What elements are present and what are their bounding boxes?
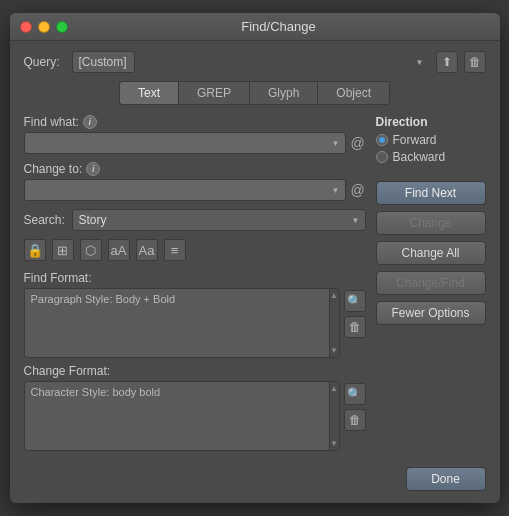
copy-icon: ⊞ (57, 243, 68, 258)
change-format-scrollbar: ▲ ▼ (329, 382, 339, 450)
delete-format-icon: 🗑 (349, 320, 361, 334)
change-to-input[interactable] (24, 179, 346, 201)
search-select-wrapper: DocumentStorySelectionAll Documents (72, 209, 366, 231)
change-scroll-down-arrow[interactable]: ▼ (328, 437, 339, 450)
direction-group: Direction Forward Backward (376, 115, 486, 167)
change-to-row: Change to: i @ (24, 162, 366, 201)
minimize-button[interactable] (38, 21, 50, 33)
change-format-delete-button[interactable]: 🗑 (344, 409, 366, 431)
change-format-section: Change Format: Character Style: body bol… (24, 364, 366, 451)
search-label: Search: (24, 213, 66, 227)
backward-radio[interactable] (376, 151, 388, 163)
find-next-button[interactable]: Find Next (376, 181, 486, 205)
backward-radio-row[interactable]: Backward (376, 150, 486, 164)
change-format-icon-col: 🔍 🗑 (344, 381, 366, 451)
change-all-button[interactable]: Change All (376, 241, 486, 265)
find-what-label: Find what: i (24, 115, 366, 129)
direction-title: Direction (376, 115, 486, 129)
bottom-row: Done (24, 467, 486, 491)
scroll-down-arrow[interactable]: ▼ (328, 344, 339, 357)
change-search-icon: 🔍 (347, 387, 362, 401)
delete-query-button[interactable]: 🗑 (464, 51, 486, 73)
forward-radio[interactable] (376, 134, 388, 146)
find-format-box: Paragraph Style: Body + Bold ▲ ▼ (24, 288, 340, 358)
find-change-dialog: Find/Change Query: [Custom] ⬆ 🗑 Text GRE… (10, 13, 500, 503)
change-to-input-wrapper (24, 179, 346, 201)
forward-radio-row[interactable]: Forward (376, 133, 486, 147)
query-select-wrapper: [Custom] (72, 51, 430, 73)
right-panel: Direction Forward Backward Find Next Cha… (376, 115, 486, 457)
query-label: Query: (24, 55, 66, 69)
paragraph-icon: ≡ (171, 243, 179, 258)
traffic-lights (20, 21, 68, 33)
copy-icon-btn[interactable]: ⊞ (52, 239, 74, 261)
find-what-input-wrapper (24, 132, 346, 154)
tab-grep[interactable]: GREP (178, 81, 249, 105)
paragraph-icon-btn[interactable]: ≡ (164, 239, 186, 261)
find-format-label: Find Format: (24, 271, 366, 285)
query-select[interactable]: [Custom] (72, 51, 135, 73)
find-format-section: Find Format: Paragraph Style: Body + Bol… (24, 271, 366, 358)
change-scroll-up-arrow[interactable]: ▲ (328, 382, 339, 395)
change-format-box: Character Style: body bold ▲ ▼ (24, 381, 340, 451)
search-row: Search: DocumentStorySelectionAll Docume… (24, 209, 366, 231)
tab-bar: Text GREP Glyph Object (24, 81, 486, 105)
change-format-box-wrapper: Character Style: body bold ▲ ▼ 🔍 � (24, 381, 366, 451)
done-button[interactable]: Done (406, 467, 486, 491)
change-to-at-button[interactable]: @ (350, 182, 366, 198)
layer-icon-btn[interactable]: ⬡ (80, 239, 102, 261)
forward-label: Forward (393, 133, 437, 147)
find-format-icon-col: 🔍 🗑 (344, 288, 366, 358)
tab-object[interactable]: Object (317, 81, 390, 105)
find-format-delete-button[interactable]: 🗑 (344, 316, 366, 338)
find-what-info-icon[interactable]: i (83, 115, 97, 129)
tab-glyph[interactable]: Glyph (249, 81, 317, 105)
title-bar: Find/Change (10, 13, 500, 41)
query-row: Query: [Custom] ⬆ 🗑 (24, 51, 486, 73)
search-icon: 🔍 (347, 294, 362, 308)
find-what-at-button[interactable]: @ (350, 135, 366, 151)
layer-icon: ⬡ (85, 243, 96, 258)
fewer-options-button[interactable]: Fewer Options (376, 301, 486, 325)
case-sensitive-icon: aA (111, 243, 127, 258)
search-select[interactable]: DocumentStorySelectionAll Documents (72, 209, 366, 231)
change-format-label: Change Format: (24, 364, 366, 378)
save-icon: ⬆ (442, 55, 452, 69)
find-what-input-row: @ (24, 132, 366, 154)
change-to-label: Change to: i (24, 162, 366, 176)
lock-icon-btn[interactable]: 🔒 (24, 239, 46, 261)
left-panel: Find what: i @ Change to: i (24, 115, 366, 457)
find-format-scrollbar: ▲ ▼ (329, 289, 339, 357)
find-what-row: Find what: i @ (24, 115, 366, 154)
main-area: Find what: i @ Change to: i (24, 115, 486, 457)
toolbar-row: 🔒 ⊞ ⬡ aA Aa ≡ (24, 239, 366, 261)
change-format-search-button[interactable]: 🔍 (344, 383, 366, 405)
tab-text[interactable]: Text (119, 81, 178, 105)
dialog-content: Query: [Custom] ⬆ 🗑 Text GREP Glyph Obje… (10, 41, 500, 503)
close-button[interactable] (20, 21, 32, 33)
aa-icon-btn[interactable]: Aa (136, 239, 158, 261)
case-icon-btn[interactable]: aA (108, 239, 130, 261)
window-title: Find/Change (68, 19, 490, 34)
maximize-button[interactable] (56, 21, 68, 33)
change-find-button[interactable]: Change/Find (376, 271, 486, 295)
lock-icon: 🔒 (27, 243, 43, 258)
change-delete-format-icon: 🗑 (349, 413, 361, 427)
trash-icon: 🗑 (469, 55, 481, 69)
change-to-input-row: @ (24, 179, 366, 201)
change-button[interactable]: Change (376, 211, 486, 235)
find-format-box-wrapper: Paragraph Style: Body + Bold ▲ ▼ 🔍 (24, 288, 366, 358)
change-format-content: Character Style: body bold (25, 382, 339, 402)
scroll-up-arrow[interactable]: ▲ (328, 289, 339, 302)
save-query-button[interactable]: ⬆ (436, 51, 458, 73)
find-format-search-button[interactable]: 🔍 (344, 290, 366, 312)
change-to-info-icon[interactable]: i (86, 162, 100, 176)
find-format-content: Paragraph Style: Body + Bold (25, 289, 339, 309)
aa-icon: Aa (139, 243, 155, 258)
backward-label: Backward (393, 150, 446, 164)
find-what-input[interactable] (24, 132, 346, 154)
